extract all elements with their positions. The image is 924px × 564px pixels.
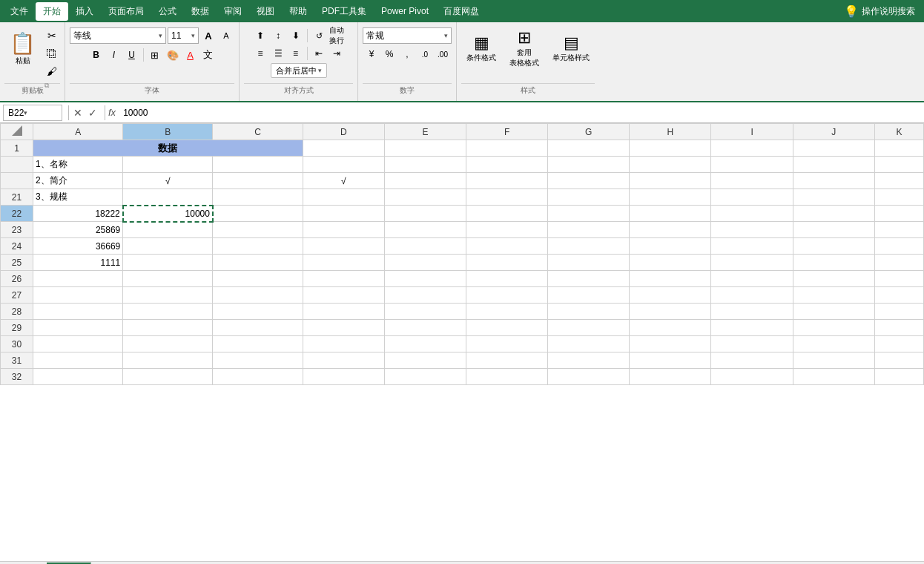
cell-C2[interactable] (213, 157, 303, 173)
cell-D3[interactable]: √ (303, 173, 384, 189)
cell-K2[interactable] (874, 157, 923, 173)
menu-item-data[interactable]: 数据 (184, 2, 217, 21)
col-header-E[interactable]: E (384, 124, 466, 140)
cell-C23[interactable] (213, 222, 303, 238)
cell-F3[interactable] (466, 173, 547, 189)
menu-item-home[interactable]: 开始 (36, 2, 68, 21)
cell-E1[interactable] (384, 140, 466, 157)
col-header-K[interactable]: K (874, 124, 923, 140)
col-header-F[interactable]: F (466, 124, 547, 140)
cell-B25[interactable] (123, 255, 213, 271)
cell-F1[interactable] (466, 140, 547, 157)
cell-B24[interactable] (123, 238, 213, 255)
italic-button[interactable]: I (106, 47, 122, 63)
cell-C3[interactable] (213, 173, 303, 189)
row-header-27[interactable]: 27 (1, 287, 33, 304)
cell-G24[interactable] (548, 238, 630, 255)
cell-H2[interactable] (630, 157, 711, 173)
col-header-A[interactable]: A (33, 124, 123, 140)
cell-E25[interactable] (384, 255, 466, 271)
cell-G2[interactable] (548, 157, 630, 173)
merge-center-button[interactable]: 合并后居中 ▾ (271, 63, 327, 78)
cell-G3[interactable] (548, 173, 630, 189)
bold-button[interactable]: B (88, 47, 105, 63)
row-header-3[interactable] (1, 173, 33, 189)
align-right-button[interactable]: ≡ (288, 45, 304, 62)
format-painter-button[interactable]: 🖌 (44, 63, 60, 79)
cell-B23[interactable] (123, 222, 213, 238)
cell-F25[interactable] (466, 255, 547, 271)
cell-E21[interactable] (384, 189, 466, 206)
col-header-H[interactable]: H (630, 124, 711, 140)
cell-D25[interactable] (303, 255, 384, 271)
cell-H21[interactable] (630, 189, 711, 206)
cell-A1-merged[interactable]: 数据 (33, 140, 303, 157)
comma-button[interactable]: , (399, 46, 415, 62)
cell-H23[interactable] (630, 222, 711, 238)
cell-B2[interactable] (123, 157, 213, 173)
row-header-31[interactable]: 31 (1, 352, 33, 369)
corner-cell[interactable] (1, 124, 33, 140)
cell-I21[interactable] (711, 189, 793, 206)
menu-item-review[interactable]: 审阅 (217, 2, 249, 21)
cell-G21[interactable] (548, 189, 630, 206)
border-button[interactable]: ⊞ (147, 47, 163, 63)
cell-I1[interactable] (711, 140, 793, 157)
cell-C21[interactable] (213, 189, 303, 206)
font-size-dropdown[interactable]: 11 ▾ (168, 27, 199, 44)
increase-indent-button[interactable]: ⇥ (329, 45, 345, 62)
cell-G1[interactable] (548, 140, 630, 157)
col-header-D[interactable]: D (303, 124, 384, 140)
confirm-formula-icon[interactable]: ✓ (87, 107, 99, 119)
cell-E23[interactable] (384, 222, 466, 238)
row-header-26[interactable]: 26 (1, 271, 33, 287)
menu-item-pdf[interactable]: PDF工具集 (314, 2, 374, 21)
cell-J24[interactable] (793, 238, 874, 255)
formula-input[interactable] (120, 108, 921, 118)
cell-G25[interactable] (548, 255, 630, 271)
cell-F22[interactable] (466, 206, 547, 222)
cell-D1[interactable] (303, 140, 384, 157)
special-char-button[interactable]: 文 (200, 47, 217, 63)
row-header-23[interactable]: 23 (1, 222, 33, 238)
row-header-25[interactable]: 25 (1, 255, 33, 271)
cell-H25[interactable] (630, 255, 711, 271)
row-header-29[interactable]: 29 (1, 320, 33, 336)
menu-item-help[interactable]: 帮助 (282, 2, 314, 21)
align-left-button[interactable]: ≡ (252, 45, 268, 62)
font-name-dropdown[interactable]: 等线 ▾ (70, 27, 166, 44)
align-bottom-button[interactable]: ⬇ (288, 27, 304, 44)
menu-item-formulas[interactable]: 公式 (151, 2, 184, 21)
row-header-1[interactable]: 1 (1, 140, 33, 157)
cell-A26[interactable] (33, 271, 123, 287)
cell-B21[interactable] (123, 189, 213, 206)
cell-H24[interactable] (630, 238, 711, 255)
cell-J3[interactable] (793, 173, 874, 189)
align-middle-button[interactable]: ↕ (270, 27, 286, 44)
cell-B22[interactable]: 10000 (123, 206, 213, 222)
cell-A21[interactable]: 3、规模 (33, 189, 123, 206)
cell-G22[interactable] (548, 206, 630, 222)
cell-J22[interactable] (793, 206, 874, 222)
cell-C24[interactable] (213, 238, 303, 255)
cell-C25[interactable] (213, 255, 303, 271)
cell-E3[interactable] (384, 173, 466, 189)
wrap-text-button[interactable]: 自动换行 (329, 27, 345, 44)
col-header-B[interactable]: B (123, 124, 213, 140)
currency-button[interactable]: ¥ (363, 46, 380, 62)
format-table-button[interactable]: ⊞ 套用 表格格式 (504, 27, 544, 69)
cell-F21[interactable] (466, 189, 547, 206)
clipboard-expand[interactable]: ⧉ (44, 82, 49, 90)
cell-K22[interactable] (874, 206, 923, 222)
cell-I3[interactable] (711, 173, 793, 189)
cell-F24[interactable] (466, 238, 547, 255)
cell-A22[interactable]: 18222 (33, 206, 123, 222)
cell-reference-box[interactable]: B22 ▾ (3, 105, 62, 121)
decrease-indent-button[interactable]: ⇤ (311, 45, 327, 62)
col-header-G[interactable]: G (548, 124, 630, 140)
col-header-C[interactable]: C (213, 124, 303, 140)
spreadsheet-area[interactable]: A B C D E F G H I J K 1 数据 (0, 123, 924, 561)
cell-I22[interactable] (711, 206, 793, 222)
paste-button[interactable]: 📋 粘贴 (4, 27, 41, 69)
cell-D23[interactable] (303, 222, 384, 238)
